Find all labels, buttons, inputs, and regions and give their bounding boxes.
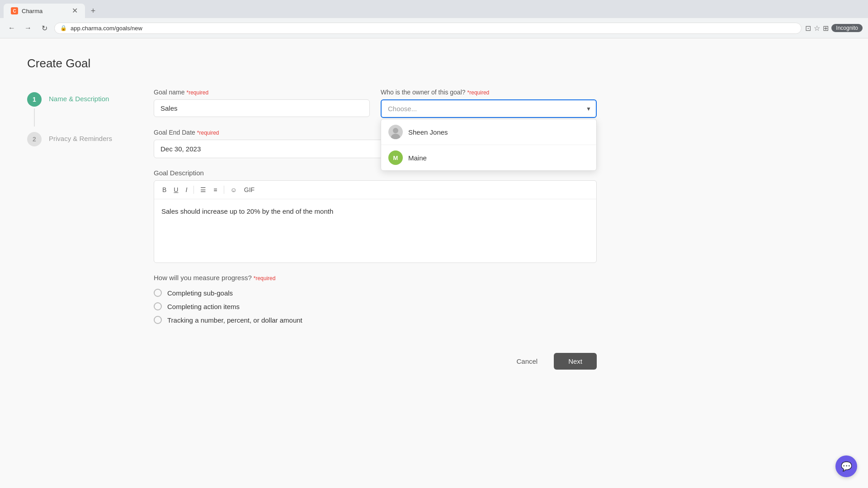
goal-name-group: Goal name*required [154, 89, 370, 118]
sheen-avatar-img [388, 125, 403, 139]
new-tab-button[interactable]: + [87, 5, 99, 17]
form-area: Goal name*required Who is the owner of t… [154, 89, 597, 370]
tab-title: Charma [22, 8, 42, 14]
numbered-list-button[interactable]: ≡ [211, 184, 220, 195]
step-1-circle: 1 [27, 92, 42, 107]
owner-option-sheen[interactable]: Sheen Jones [381, 119, 596, 145]
lock-icon: 🔒 [60, 25, 67, 31]
description-editor: B U I ☰ ≡ ☺ GIF Sales should increase up… [154, 180, 597, 263]
owner-option-maine[interactable]: M Maine [381, 145, 596, 170]
browser-tabs: C Charma ✕ + [0, 0, 868, 18]
goal-owner-group: Who is the owner of this goal?*required … [381, 89, 597, 118]
progress-option-action-items[interactable]: Completing action items [154, 302, 597, 310]
step-2-circle: 2 [27, 132, 42, 146]
editor-content[interactable]: Sales should increase up to 20% by the e… [154, 199, 596, 263]
step-1-label[interactable]: Name & Description [49, 92, 109, 103]
radio-subgoals[interactable] [154, 289, 162, 297]
step-connector-line [34, 108, 35, 127]
owner-input[interactable]: Choose... [381, 99, 597, 118]
emoji-button[interactable]: ☺ [228, 184, 240, 195]
progress-action-items-label: Completing action items [167, 303, 240, 310]
address-bar[interactable]: 🔒 app.charma.com/goals/new [54, 23, 802, 34]
tab-close-button[interactable]: ✕ [72, 7, 78, 14]
progress-label: How will you measure progress?*required [154, 274, 597, 282]
svg-point-1 [393, 128, 398, 133]
goal-owner-label: Who is the owner of this goal?*required [381, 89, 597, 96]
step-2-connector: 2 [27, 132, 42, 146]
description-section: Goal Description B U I ☰ ≡ ☺ GIF Sales s… [154, 169, 597, 263]
avatar-sheen [388, 125, 403, 139]
radio-tracking[interactable] [154, 316, 162, 324]
avatar-maine: M [388, 150, 403, 165]
active-tab[interactable]: C Charma ✕ [4, 4, 85, 18]
owner-dropdown: Sheen Jones M Maine [381, 119, 597, 171]
owner-name-maine: Maine [408, 154, 427, 162]
progress-section: How will you measure progress?*required … [154, 274, 597, 324]
bookmark-icon[interactable]: ☆ [814, 24, 820, 33]
progress-option-subgoals[interactable]: Completing sub-goals [154, 289, 597, 297]
owner-input-wrapper: Choose... ▼ [381, 99, 597, 118]
back-button[interactable]: ← [5, 22, 18, 34]
progress-subgoals-label: Completing sub-goals [167, 289, 233, 297]
tab-favicon: C [11, 7, 18, 14]
underline-button[interactable]: U [171, 184, 181, 195]
radio-action-items[interactable] [154, 302, 162, 310]
page-content: Create Goal 1 Name & Description 2 Priva… [0, 38, 868, 488]
cancel-button[interactable]: Cancel [505, 353, 548, 370]
form-footer: Cancel Next [154, 342, 597, 370]
incognito-badge: Incognito [831, 24, 863, 32]
url-text: app.charma.com/goals/new [71, 25, 142, 32]
browser-toolbar: ← → ↻ 🔒 app.charma.com/goals/new ⊡ ☆ ⊞ I… [0, 18, 868, 38]
toolbar-divider-1 [193, 186, 194, 194]
step-1-item: 1 Name & Description [27, 92, 127, 128]
next-button[interactable]: Next [554, 353, 597, 370]
bold-button[interactable]: B [160, 184, 169, 195]
progress-option-tracking[interactable]: Tracking a number, percent, or dollar am… [154, 316, 597, 324]
cast-icon[interactable]: ⊡ [805, 24, 811, 33]
create-goal-layout: 1 Name & Description 2 Privacy & Reminde… [27, 89, 841, 370]
step-2-item: 2 Privacy & Reminders [27, 132, 127, 146]
chat-icon: 💬 [841, 461, 852, 472]
bullet-list-button[interactable]: ☰ [198, 184, 209, 195]
toolbar-divider-2 [224, 186, 224, 194]
steps-sidebar: 1 Name & Description 2 Privacy & Reminde… [27, 89, 127, 370]
step-1-connector: 1 [27, 92, 42, 128]
owner-dropdown-arrow[interactable]: ▼ [586, 106, 591, 112]
browser-chrome: C Charma ✕ + ← → ↻ 🔒 app.charma.com/goal… [0, 0, 868, 38]
extension-icon[interactable]: ⊞ [823, 24, 829, 33]
forward-button[interactable]: → [22, 22, 34, 34]
refresh-button[interactable]: ↻ [38, 22, 51, 34]
italic-button[interactable]: I [183, 184, 190, 195]
step-2-label[interactable]: Privacy & Reminders [49, 132, 112, 142]
gif-button[interactable]: GIF [241, 184, 257, 195]
goal-name-owner-row: Goal name*required Who is the owner of t… [154, 89, 597, 118]
goal-name-label: Goal name*required [154, 89, 370, 96]
editor-toolbar: B U I ☰ ≡ ☺ GIF [154, 181, 596, 199]
owner-placeholder: Choose... [388, 105, 417, 113]
progress-tracking-label: Tracking a number, percent, or dollar am… [167, 316, 302, 324]
goal-name-input[interactable] [154, 99, 370, 117]
page-title: Create Goal [27, 56, 841, 70]
toolbar-actions: ⊡ ☆ ⊞ Incognito [805, 24, 863, 33]
owner-name-sheen: Sheen Jones [408, 128, 448, 136]
chat-widget-button[interactable]: 💬 [835, 455, 857, 477]
